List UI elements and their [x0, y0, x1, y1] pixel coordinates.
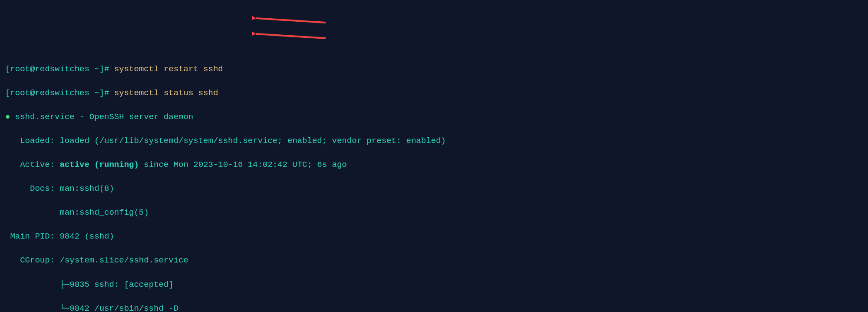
pid-line: Main PID: 9842 (sshd) [5, 231, 863, 243]
pid-label: Main PID: [5, 232, 59, 241]
active-line: Active: active (running) since Mon 2023-… [5, 159, 863, 171]
command-status: systemctl status sshd [114, 88, 218, 98]
prompt-user: root [10, 88, 30, 98]
docs-value-1: man:sshd(8) [59, 184, 114, 193]
prompt-path: ~ [89, 88, 99, 98]
prompt-hash: # [104, 64, 114, 74]
docs-line-2: man:sshd_config(5) [5, 207, 863, 219]
pid-value: 9842 (sshd) [59, 232, 114, 241]
cgroup-child-1-value: 9835 sshd: [accepted] [69, 280, 173, 289]
loaded-value: loaded (/usr/lib/systemd/system/sshd.ser… [59, 136, 446, 146]
loaded-label: Loaded: [5, 136, 59, 146]
arrow-annotation-1 [252, 1, 330, 38]
command-line-restart: [root@redswitches ~]# systemctl restart … [5, 63, 863, 76]
prompt-open-bracket: [ [5, 64, 10, 74]
cgroup-child-2-value: 9842 /usr/sbin/sshd -D [69, 304, 178, 312]
cgroup-label: CGroup: [5, 256, 59, 265]
prompt-at: @ [30, 88, 35, 98]
docs-label: Docs: [5, 184, 59, 193]
cgroup-child-2: └─9842 /usr/sbin/sshd -D [5, 303, 863, 312]
prompt-open-bracket: [ [5, 88, 10, 98]
docs-pad [5, 208, 59, 217]
prompt-user: root [10, 64, 30, 74]
command-restart: systemctl restart sshd [114, 64, 223, 74]
docs-line-1: Docs: man:sshd(8) [5, 183, 863, 195]
status-dot-icon: ● [5, 112, 10, 122]
active-value: active (running) [59, 160, 139, 169]
arrow-annotation-2 [252, 17, 330, 53]
prompt-hash: # [104, 88, 114, 98]
active-since: since Mon 2023-10-16 14:02:42 UTC; 6s ag… [139, 160, 347, 169]
cgroup-child-1: ├─9835 sshd: [accepted] [5, 279, 863, 291]
active-label: Active: [5, 160, 59, 169]
prompt-host: redswitches [35, 64, 89, 74]
svg-line-1 [256, 34, 326, 38]
prompt-path: ~ [89, 64, 99, 74]
command-line-status: [root@redswitches ~]# systemctl status s… [5, 87, 863, 100]
svg-line-0 [256, 18, 326, 23]
docs-value-2: man:sshd_config(5) [59, 208, 149, 217]
terminal-output: [root@redswitches ~]# systemctl restart … [5, 51, 863, 312]
service-header: ● sshd.service - OpenSSH server daemon [5, 111, 863, 123]
service-name: sshd.service - OpenSSH server daemon [10, 112, 193, 122]
prompt-at: @ [30, 64, 35, 74]
prompt-close-bracket: ] [99, 64, 104, 74]
prompt-host: redswitches [35, 88, 89, 98]
tree-end-icon: └─ [59, 304, 69, 312]
cgroup-line: CGroup: /system.slice/sshd.service [5, 255, 863, 267]
prompt-close-bracket: ] [99, 88, 104, 98]
tree-branch-icon: ├─ [59, 280, 69, 289]
cgroup-value: /system.slice/sshd.service [59, 256, 188, 265]
loaded-line: Loaded: loaded (/usr/lib/systemd/system/… [5, 135, 863, 147]
